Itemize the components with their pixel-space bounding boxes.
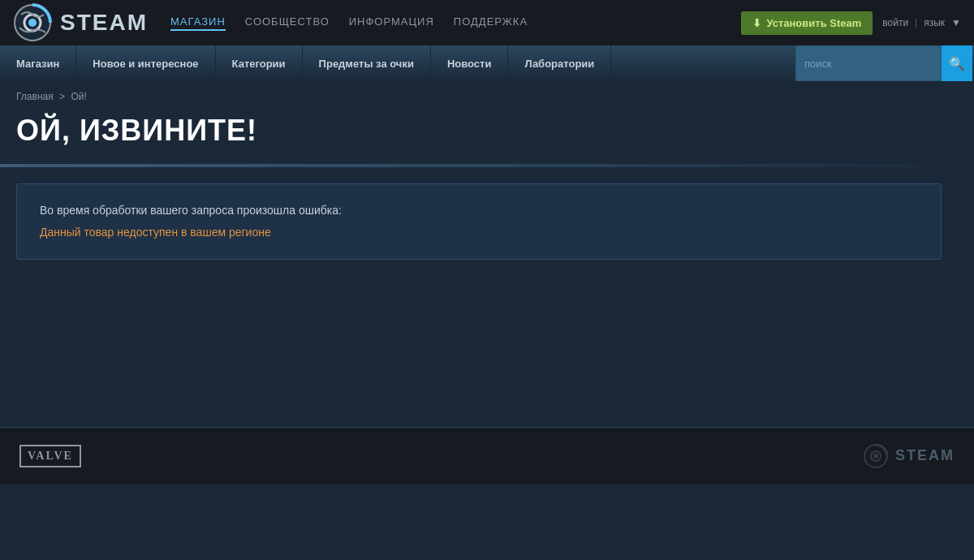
install-steam-label: Установить Steam [766,17,861,29]
search-button[interactable]: 🔍 [942,45,972,81]
install-steam-button[interactable]: ⬇ Установить Steam [741,11,873,35]
page-title: ОЙ, ИЗВИНИТЕ! [16,114,958,148]
subnav-points[interactable]: Предметы за очки [303,45,431,81]
breadcrumb-area: Главная > Ой! [0,81,974,107]
language-link[interactable]: язык [924,17,945,28]
error-processing-text: Во время обработки вашего запроса произо… [40,204,918,217]
nav-support[interactable]: ПОДДЕРЖКА [454,15,528,31]
valve-logo: VALVE [19,445,81,467]
top-bar-right: ⬇ Установить Steam войти | язык ▼ [741,11,961,35]
top-navigation: МАГАЗИН СООБЩЕСТВО ИНФОРМАЦИЯ ПОДДЕРЖКА [170,15,528,31]
svg-point-2 [28,19,37,27]
footer: VALVE STEAM [0,427,974,484]
footer-steam-icon [863,443,889,469]
top-bar-links: войти | язык ▼ [882,17,961,28]
footer-steam-label: STEAM [895,447,955,464]
breadcrumb: Главная > Ой! [16,91,958,102]
breadcrumb-separator: > [59,91,65,102]
svg-point-5 [873,454,878,459]
search-bar: 🔍 [795,45,974,81]
search-input[interactable] [795,45,942,81]
subnav-news[interactable]: Новости [431,45,509,81]
content-spacer [0,330,974,427]
footer-steam-logo: STEAM [863,443,955,469]
language-dropdown-icon: ▼ [951,17,961,28]
nav-info[interactable]: ИНФОРМАЦИЯ [349,15,434,31]
nav-store[interactable]: МАГАЗИН [170,15,226,31]
breadcrumb-home[interactable]: Главная [16,91,54,102]
subnav-new-interesting[interactable]: Новое и интересное [76,45,215,81]
breadcrumb-current: Ой! [71,91,86,102]
sub-navigation: Магазин Новое и интересное Категории Пре… [0,45,974,81]
steam-wordmark: STEAM [60,10,148,36]
subnav-categories[interactable]: Категории [216,45,303,81]
download-icon: ⬇ [752,17,761,29]
top-bar-left: STEAM МАГАЗИН СООБЩЕСТВО ИНФОРМАЦИЯ ПОДД… [13,3,528,42]
subnav-labs[interactable]: Лаборатории [508,45,611,81]
login-link[interactable]: войти [882,17,908,28]
nav-community[interactable]: СООБЩЕСТВО [245,15,330,31]
page-title-area: ОЙ, ИЗВИНИТЕ! [0,107,974,164]
search-icon: 🔍 [949,56,965,71]
top-bar: STEAM МАГАЗИН СООБЩЕСТВО ИНФОРМАЦИЯ ПОДД… [0,0,974,45]
subnav-store[interactable]: Магазин [0,45,76,81]
error-message-link[interactable]: Данный товар недоступен в вашем регионе [40,226,271,239]
sub-nav-items: Магазин Новое и интересное Категории Пре… [0,45,795,81]
content-area: Во время обработки вашего запроса произо… [0,167,974,330]
error-box: Во время обработки вашего запроса произо… [16,183,942,260]
steam-logo-icon [13,3,52,42]
steam-logo[interactable]: STEAM [13,3,148,42]
pipe-divider: | [915,17,917,28]
